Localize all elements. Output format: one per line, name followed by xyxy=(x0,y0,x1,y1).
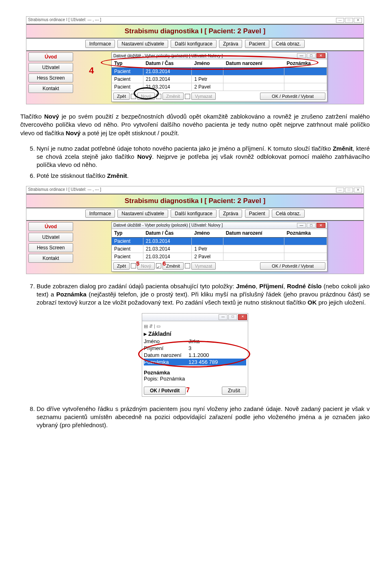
annotation-5: 5 xyxy=(136,260,139,267)
window-buttons: —□✕ xyxy=(335,17,362,23)
button-row: Zpět Nový 5 Změnit 6 Vymazat OK / Potvrd… xyxy=(112,261,327,271)
nav-zprava[interactable]: Zpráva xyxy=(219,40,242,48)
nav-nastaveni[interactable]: Nastavení uživatele xyxy=(117,210,168,218)
annotation-4: 4 xyxy=(89,65,94,76)
sidebar-hess[interactable]: Hess Screen xyxy=(28,243,73,252)
list-item-5: Nyní je nutno zadat potřebné údaje tohot… xyxy=(37,145,370,169)
nav-obrazovka[interactable]: Celá obraz. xyxy=(272,40,305,48)
toolbar-icons: ▤ ⇵ | ▭ xyxy=(144,323,246,330)
sidebar-hess[interactable]: Hess Screen xyxy=(28,74,73,82)
nav-konfigurace[interactable]: Další konfigurace xyxy=(171,40,217,48)
sidebar: Úvod Uživatel Hess Screen Kontakt xyxy=(26,221,75,274)
table-row[interactable]: Pacient21.03.20141 Petr xyxy=(112,245,327,253)
dialog-titlebar: —□✕ xyxy=(142,313,248,321)
zpet-button[interactable]: Zpět xyxy=(113,262,130,270)
nav-nastaveni[interactable]: Nastavení uživatele xyxy=(117,40,168,48)
outer-window-title: Strabismus ordinace I [ Uživatel: --- , … xyxy=(26,17,364,24)
bottom-header: Poznámka xyxy=(144,370,246,376)
numbered-list-5-6: Nyní je nutno zadat potřebné údaje tohot… xyxy=(20,145,370,180)
nav-bar: Informace Nastavení uživatele Další konf… xyxy=(26,39,364,51)
sidebar-uzivatel[interactable]: Uživatel xyxy=(28,63,73,72)
screenshot-1: Strabismus ordinace I [ Uživatel: --- , … xyxy=(26,16,364,104)
screenshot-2: Strabismus ordinace I [ Uživatel: --- , … xyxy=(26,186,364,274)
ok-button[interactable]: OK / Potvrdit / Vybrat xyxy=(260,93,325,100)
cancel-button[interactable]: Zrušit xyxy=(222,387,246,395)
nav-obrazovka[interactable]: Celá obraz. xyxy=(272,210,305,218)
nav-pacient[interactable]: Pacient xyxy=(245,40,269,48)
table-row[interactable]: Pacient21.03.20141 Petr xyxy=(112,76,327,83)
table-row[interactable]: Pacient21.03.20142 Pavel xyxy=(112,83,327,91)
nav-pacient[interactable]: Pacient xyxy=(245,210,269,218)
vymazat-button[interactable]: Vymazat xyxy=(191,93,216,100)
field-prijmeni[interactable]: Příjmení3 xyxy=(144,345,246,352)
zmenit-checkbox[interactable] xyxy=(156,94,161,99)
app-header: Strabismu diagnostika I [ Pacient: 2 Pav… xyxy=(26,194,364,208)
sidebar-kontakt[interactable]: Kontakt xyxy=(28,84,73,93)
sidebar-uvod[interactable]: Úvod xyxy=(28,222,73,231)
vymazat-checkbox[interactable] xyxy=(185,94,190,99)
inner-window: Datové úložiště - Vyber polozky (polozek… xyxy=(111,222,327,272)
list-item-8: Do dříve vytvořeného řádku s prázdným pa… xyxy=(37,405,370,430)
inner-window: Datové úložiště - Vyber polozky (polozek… xyxy=(111,52,327,102)
vymazat-checkbox[interactable] xyxy=(185,263,190,268)
nav-zprava[interactable]: Zpráva xyxy=(219,210,242,218)
sidebar-uvod[interactable]: Úvod xyxy=(28,52,73,61)
button-row: Zpět Nový Změnit Vymazat OK / Potvrdit /… xyxy=(112,91,327,102)
nav-bar: Informace Nastavení uživatele Další konf… xyxy=(26,208,364,221)
table-row[interactable]: Pacient21.03.2014 xyxy=(112,237,327,245)
screenshot-3: —□✕ ▤ ⇵ | ▭ ▸ Základní JménoJirka Příjme… xyxy=(142,313,248,397)
inner-window-title: Datové úložiště - Vyber polozky (polozek… xyxy=(113,54,223,58)
nav-konfigurace[interactable]: Další konfigurace xyxy=(171,210,217,218)
numbered-list-7: Bude zobrazen dialog pro zadání údajů pa… xyxy=(20,282,370,307)
close-icon[interactable]: ✕ xyxy=(316,223,325,228)
field-jmeno[interactable]: JménoJirka xyxy=(144,338,246,345)
annotation-6: 6 xyxy=(162,260,166,267)
list-item-7: Bude zobrazen dialog pro zadání údajů pa… xyxy=(37,282,370,307)
sidebar-uzivatel[interactable]: Uživatel xyxy=(28,233,73,242)
zmenit-checkbox[interactable] xyxy=(156,263,161,268)
table-row[interactable]: Pacient21.03.20142 Pavel xyxy=(112,253,327,260)
nav-informace[interactable]: Informace xyxy=(85,210,115,218)
zmenit-button[interactable]: Změnit xyxy=(162,93,184,100)
novy-checkbox[interactable] xyxy=(131,263,136,268)
novy-checkbox[interactable] xyxy=(131,94,136,99)
table-row[interactable]: Pacient21.03.2014 xyxy=(112,68,327,76)
inner-window-title: Datové úložiště - Vyber polozky (polozek… xyxy=(113,223,223,227)
paragraph-1: Tlačítko Nový je po svém použití z bezpe… xyxy=(20,112,370,137)
novy-button[interactable]: Nový xyxy=(137,93,155,100)
field-poznamka[interactable]: Poznámka123 456 789 xyxy=(144,359,246,365)
ok-button[interactable]: OK / Potvrdit / Vybrat xyxy=(260,262,325,270)
bottom-text: Popis: Poznámka xyxy=(144,376,246,382)
section-header: ▸ Základní xyxy=(144,330,246,338)
ok-button[interactable]: OK / Potvrdit xyxy=(144,387,186,395)
close-icon[interactable]: ✕ xyxy=(316,53,325,58)
vymazat-button[interactable]: Vymazat xyxy=(191,262,216,270)
close-icon[interactable]: ✕ xyxy=(238,314,247,320)
novy-button[interactable]: Nový xyxy=(137,262,155,270)
list-item-6: Poté lze stisknout tlačítko Změnit. xyxy=(37,172,370,180)
sidebar: Úvod Uživatel Hess Screen Kontakt xyxy=(26,51,75,104)
outer-window-title: Strabismus ordinace I [ Uživatel: --- , … xyxy=(26,186,364,194)
nav-informace[interactable]: Informace xyxy=(85,40,115,48)
patient-table: TypDatum / ČasJménoDatum narozeníPoznámk… xyxy=(112,59,327,91)
sidebar-kontakt[interactable]: Kontakt xyxy=(28,254,73,263)
patient-table: TypDatum / ČasJménoDatum narozeníPoznámk… xyxy=(112,229,327,261)
app-header: Strabismu diagnostika I [ Pacient: 2 Pav… xyxy=(26,24,364,39)
numbered-list-8: Do dříve vytvořeného řádku s prázdným pa… xyxy=(20,405,370,430)
field-narozeni[interactable]: Datum narození1.1.2000 xyxy=(144,352,246,359)
annotation-7: 7 xyxy=(186,387,190,394)
zpet-button[interactable]: Zpět xyxy=(113,93,130,100)
